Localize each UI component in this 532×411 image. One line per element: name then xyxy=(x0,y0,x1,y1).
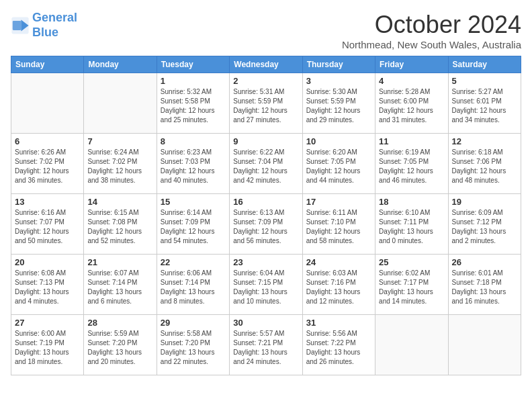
day-number: 19 xyxy=(452,197,517,207)
calendar-cell: 5Sunrise: 5:27 AM Sunset: 6:01 PM Daylig… xyxy=(448,73,521,134)
location: Northmead, New South Wales, Australia xyxy=(342,39,521,50)
weekday-header-saturday: Saturday xyxy=(448,56,521,73)
calendar-cell: 20Sunrise: 6:08 AM Sunset: 7:13 PM Dayli… xyxy=(11,255,84,315)
calendar-week-row: 13Sunrise: 6:16 AM Sunset: 7:07 PM Dayli… xyxy=(11,194,521,255)
day-number: 9 xyxy=(233,136,298,146)
day-info: Sunrise: 6:13 AM Sunset: 7:09 PM Dayligh… xyxy=(233,208,298,246)
logo-blue: Blue xyxy=(32,26,58,39)
calendar-cell: 18Sunrise: 6:10 AM Sunset: 7:11 PM Dayli… xyxy=(375,194,448,255)
calendar-cell: 26Sunrise: 6:01 AM Sunset: 7:18 PM Dayli… xyxy=(448,255,521,315)
day-info: Sunrise: 6:03 AM Sunset: 7:16 PM Dayligh… xyxy=(306,269,371,306)
calendar-cell: 22Sunrise: 6:06 AM Sunset: 7:14 PM Dayli… xyxy=(157,255,229,315)
day-info: Sunrise: 5:57 AM Sunset: 7:21 PM Dayligh… xyxy=(233,329,298,367)
day-number: 21 xyxy=(87,257,152,267)
weekday-header-friday: Friday xyxy=(375,56,448,73)
day-number: 13 xyxy=(15,197,80,207)
weekday-header-monday: Monday xyxy=(84,56,157,73)
calendar-cell: 23Sunrise: 6:04 AM Sunset: 7:15 PM Dayli… xyxy=(230,255,302,315)
day-number: 20 xyxy=(15,257,80,267)
calendar-cell: 29Sunrise: 5:58 AM Sunset: 7:20 PM Dayli… xyxy=(157,315,229,375)
calendar-cell: 13Sunrise: 6:16 AM Sunset: 7:07 PM Dayli… xyxy=(11,194,84,255)
page-container: General Blue October 2024 Northmead, New… xyxy=(11,11,521,375)
day-info: Sunrise: 6:09 AM Sunset: 7:12 PM Dayligh… xyxy=(452,208,517,246)
day-number: 25 xyxy=(379,257,444,267)
calendar-cell: 6Sunrise: 6:26 AM Sunset: 7:02 PM Daylig… xyxy=(11,134,84,194)
calendar-cell: 4Sunrise: 5:28 AM Sunset: 6:00 PM Daylig… xyxy=(375,73,448,134)
calendar-cell: 19Sunrise: 6:09 AM Sunset: 7:12 PM Dayli… xyxy=(448,194,521,255)
day-info: Sunrise: 6:23 AM Sunset: 7:03 PM Dayligh… xyxy=(161,148,226,185)
calendar-cell: 28Sunrise: 5:59 AM Sunset: 7:20 PM Dayli… xyxy=(84,315,157,375)
day-info: Sunrise: 5:30 AM Sunset: 5:59 PM Dayligh… xyxy=(306,87,371,125)
day-info: Sunrise: 5:56 AM Sunset: 7:22 PM Dayligh… xyxy=(306,329,371,367)
calendar-cell: 9Sunrise: 6:22 AM Sunset: 7:04 PM Daylig… xyxy=(230,134,302,194)
calendar-table: SundayMondayTuesdayWednesdayThursdayFrid… xyxy=(11,56,521,375)
day-info: Sunrise: 5:28 AM Sunset: 6:00 PM Dayligh… xyxy=(379,87,444,125)
day-info: Sunrise: 6:01 AM Sunset: 7:18 PM Dayligh… xyxy=(452,269,517,306)
day-number: 15 xyxy=(161,197,226,207)
calendar-cell: 1Sunrise: 5:32 AM Sunset: 5:58 PM Daylig… xyxy=(157,73,229,134)
calendar-cell xyxy=(375,315,448,375)
day-info: Sunrise: 6:04 AM Sunset: 7:15 PM Dayligh… xyxy=(233,269,298,306)
day-info: Sunrise: 6:10 AM Sunset: 7:11 PM Dayligh… xyxy=(379,208,444,246)
calendar-week-row: 20Sunrise: 6:08 AM Sunset: 7:13 PM Dayli… xyxy=(11,255,521,315)
weekday-header-thursday: Thursday xyxy=(302,56,375,73)
day-info: Sunrise: 6:18 AM Sunset: 7:06 PM Dayligh… xyxy=(452,148,517,185)
page-header: General Blue October 2024 Northmead, New… xyxy=(11,11,521,50)
day-info: Sunrise: 6:14 AM Sunset: 7:09 PM Dayligh… xyxy=(161,208,226,246)
calendar-cell xyxy=(448,315,521,375)
day-number: 26 xyxy=(452,257,517,267)
day-info: Sunrise: 6:15 AM Sunset: 7:08 PM Dayligh… xyxy=(87,208,152,246)
day-number: 27 xyxy=(15,318,80,328)
day-number: 30 xyxy=(233,318,298,328)
calendar-cell: 14Sunrise: 6:15 AM Sunset: 7:08 PM Dayli… xyxy=(84,194,157,255)
calendar-cell: 2Sunrise: 5:31 AM Sunset: 5:59 PM Daylig… xyxy=(230,73,302,134)
calendar-cell: 25Sunrise: 6:02 AM Sunset: 7:17 PM Dayli… xyxy=(375,255,448,315)
logo: General Blue xyxy=(11,11,77,40)
weekday-header-wednesday: Wednesday xyxy=(230,56,302,73)
calendar-cell: 15Sunrise: 6:14 AM Sunset: 7:09 PM Dayli… xyxy=(157,194,229,255)
calendar-cell: 21Sunrise: 6:07 AM Sunset: 7:14 PM Dayli… xyxy=(84,255,157,315)
day-number: 28 xyxy=(87,318,152,328)
day-info: Sunrise: 6:26 AM Sunset: 7:02 PM Dayligh… xyxy=(15,148,80,185)
day-info: Sunrise: 6:00 AM Sunset: 7:19 PM Dayligh… xyxy=(15,329,80,367)
day-number: 17 xyxy=(306,197,371,207)
day-info: Sunrise: 6:19 AM Sunset: 7:05 PM Dayligh… xyxy=(379,148,444,185)
calendar-week-row: 27Sunrise: 6:00 AM Sunset: 7:19 PM Dayli… xyxy=(11,315,521,375)
weekday-header-row: SundayMondayTuesdayWednesdayThursdayFrid… xyxy=(11,56,521,73)
day-info: Sunrise: 5:58 AM Sunset: 7:20 PM Dayligh… xyxy=(161,329,226,367)
svg-rect-2 xyxy=(13,21,21,30)
day-info: Sunrise: 6:20 AM Sunset: 7:05 PM Dayligh… xyxy=(306,148,371,185)
calendar-cell: 24Sunrise: 6:03 AM Sunset: 7:16 PM Dayli… xyxy=(302,255,375,315)
calendar-cell: 30Sunrise: 5:57 AM Sunset: 7:21 PM Dayli… xyxy=(230,315,302,375)
day-number: 23 xyxy=(233,257,298,267)
day-number: 10 xyxy=(306,136,371,146)
day-info: Sunrise: 6:11 AM Sunset: 7:10 PM Dayligh… xyxy=(306,208,371,246)
day-number: 7 xyxy=(87,136,152,146)
logo-icon xyxy=(11,16,30,35)
day-info: Sunrise: 6:08 AM Sunset: 7:13 PM Dayligh… xyxy=(15,269,80,306)
weekday-header-tuesday: Tuesday xyxy=(157,56,229,73)
calendar-cell xyxy=(11,73,84,134)
calendar-week-row: 6Sunrise: 6:26 AM Sunset: 7:02 PM Daylig… xyxy=(11,134,521,194)
day-number: 22 xyxy=(161,257,226,267)
logo-general: General xyxy=(32,11,77,24)
calendar-cell: 12Sunrise: 6:18 AM Sunset: 7:06 PM Dayli… xyxy=(448,134,521,194)
day-info: Sunrise: 5:27 AM Sunset: 6:01 PM Dayligh… xyxy=(452,87,517,125)
day-number: 6 xyxy=(15,136,80,146)
day-number: 24 xyxy=(306,257,371,267)
day-info: Sunrise: 6:24 AM Sunset: 7:02 PM Dayligh… xyxy=(87,148,152,185)
day-number: 14 xyxy=(87,197,152,207)
day-info: Sunrise: 6:02 AM Sunset: 7:17 PM Dayligh… xyxy=(379,269,444,306)
calendar-cell: 11Sunrise: 6:19 AM Sunset: 7:05 PM Dayli… xyxy=(375,134,448,194)
calendar-cell: 16Sunrise: 6:13 AM Sunset: 7:09 PM Dayli… xyxy=(230,194,302,255)
day-info: Sunrise: 5:32 AM Sunset: 5:58 PM Dayligh… xyxy=(161,87,226,125)
day-number: 16 xyxy=(233,197,298,207)
calendar-cell: 8Sunrise: 6:23 AM Sunset: 7:03 PM Daylig… xyxy=(157,134,229,194)
day-number: 3 xyxy=(306,76,371,86)
calendar-cell: 3Sunrise: 5:30 AM Sunset: 5:59 PM Daylig… xyxy=(302,73,375,134)
calendar-cell xyxy=(84,73,157,134)
month-title: October 2024 xyxy=(342,11,521,39)
day-number: 2 xyxy=(233,76,298,86)
day-number: 31 xyxy=(306,318,371,328)
weekday-header-sunday: Sunday xyxy=(11,56,84,73)
